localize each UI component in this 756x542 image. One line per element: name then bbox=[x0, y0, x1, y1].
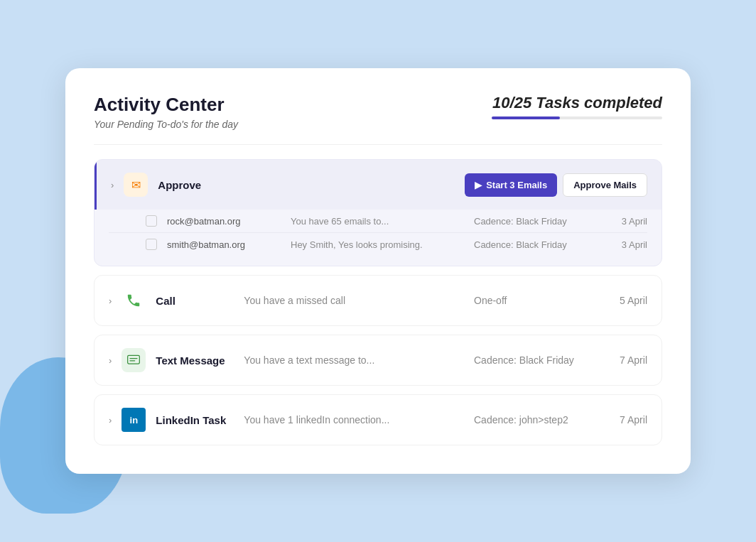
sub-cadence-1: Cadence: Black Friday bbox=[474, 216, 588, 227]
linkedin-description: You have 1 linkedIn connection... bbox=[244, 414, 464, 426]
tasks-completed-container: 10/25 Tasks completed bbox=[492, 94, 662, 119]
start-emails-label: Start 3 Emails bbox=[486, 180, 547, 190]
table-row: rock@batman.org You have 65 emails to...… bbox=[109, 210, 647, 232]
call-date: 5 April bbox=[598, 295, 647, 306]
linkedin-date: 7 April bbox=[598, 414, 647, 426]
text-message-description: You have a text message to... bbox=[244, 354, 464, 366]
activity-row-text-message: › Text Message You have a text message t… bbox=[94, 335, 662, 386]
linkedin-icon: in bbox=[122, 408, 146, 432]
activity-row-call: › Call You have a missed call One-off 5 … bbox=[94, 275, 662, 326]
progress-bar-background bbox=[492, 116, 662, 119]
page-title: Activity Center bbox=[94, 94, 238, 116]
activity-row-main-linkedin[interactable]: › in LinkedIn Task You have 1 linkedIn c… bbox=[94, 395, 662, 445]
text-message-date: 7 April bbox=[598, 354, 647, 366]
chevron-right-icon: › bbox=[109, 415, 112, 426]
text-message-icon bbox=[122, 348, 146, 372]
sub-email-1: rock@batman.org bbox=[167, 216, 281, 227]
approve-mails-label: Approve Mails bbox=[573, 180, 637, 190]
approve-label: Approve bbox=[158, 179, 236, 191]
sub-email-2: smith@batman.org bbox=[167, 239, 281, 250]
play-icon: ▶ bbox=[475, 180, 482, 190]
activity-row-main-text[interactable]: › Text Message You have a text message t… bbox=[94, 335, 662, 385]
sub-preview-2: Hey Smith, Yes looks promising. bbox=[291, 239, 464, 250]
header-divider bbox=[94, 144, 662, 145]
page-background: Activity Center Your Pending To-do's for… bbox=[0, 0, 756, 542]
activity-row-main-call[interactable]: › Call You have a missed call One-off 5 … bbox=[94, 276, 662, 325]
sub-cadence-2: Cadence: Black Friday bbox=[474, 239, 588, 250]
call-cadence: One-off bbox=[474, 295, 588, 306]
activity-row-linkedin: › in LinkedIn Task You have 1 linkedIn c… bbox=[94, 394, 662, 445]
activity-row-approve: › ✉ Approve ▶ Start 3 Emails Approve Mai… bbox=[94, 159, 662, 266]
chevron-right-icon: › bbox=[111, 180, 114, 190]
activity-row-main-approve[interactable]: › ✉ Approve ▶ Start 3 Emails Approve Mai… bbox=[94, 160, 662, 210]
tasks-completed-text: 10/25 Tasks completed bbox=[492, 94, 662, 112]
page-subtitle: Your Pending To-do's for the day bbox=[94, 119, 238, 130]
sub-date-2: 3 April bbox=[598, 239, 647, 250]
start-emails-button[interactable]: ▶ Start 3 Emails bbox=[465, 173, 557, 197]
sub-preview-1: You have 65 emails to... bbox=[291, 216, 464, 227]
row-checkbox-1[interactable] bbox=[146, 215, 157, 227]
activity-list: › ✉ Approve ▶ Start 3 Emails Approve Mai… bbox=[94, 159, 662, 445]
row-checkbox-2[interactable] bbox=[146, 239, 157, 250]
tasks-completed-label: Tasks completed bbox=[536, 94, 662, 112]
call-icon bbox=[122, 288, 146, 313]
approve-mails-button[interactable]: Approve Mails bbox=[563, 173, 647, 197]
tasks-completed-count: 10/25 bbox=[492, 94, 531, 112]
table-row: smith@batman.org Hey Smith, Yes looks pr… bbox=[109, 232, 647, 256]
linkedin-label: LinkedIn Task bbox=[156, 414, 234, 426]
text-message-label: Text Message bbox=[156, 354, 234, 367]
email-icon: ✉ bbox=[124, 173, 148, 197]
progress-bar-fill bbox=[492, 116, 560, 119]
call-description: You have a missed call bbox=[244, 295, 464, 306]
approve-sub-rows: rock@batman.org You have 65 emails to...… bbox=[94, 210, 662, 266]
svg-rect-0 bbox=[128, 355, 140, 364]
chevron-right-icon: › bbox=[109, 355, 112, 366]
chevron-right-icon: › bbox=[109, 296, 112, 306]
linkedin-cadence: Cadence: john>step2 bbox=[474, 414, 588, 426]
text-message-cadence: Cadence: Black Friday bbox=[474, 354, 588, 366]
approve-actions: ▶ Start 3 Emails Approve Mails bbox=[465, 173, 647, 197]
sub-date-1: 3 April bbox=[598, 216, 647, 227]
call-label: Call bbox=[156, 295, 234, 307]
card-header: Activity Center Your Pending To-do's for… bbox=[94, 94, 662, 130]
activity-center-card: Activity Center Your Pending To-do's for… bbox=[65, 68, 691, 474]
